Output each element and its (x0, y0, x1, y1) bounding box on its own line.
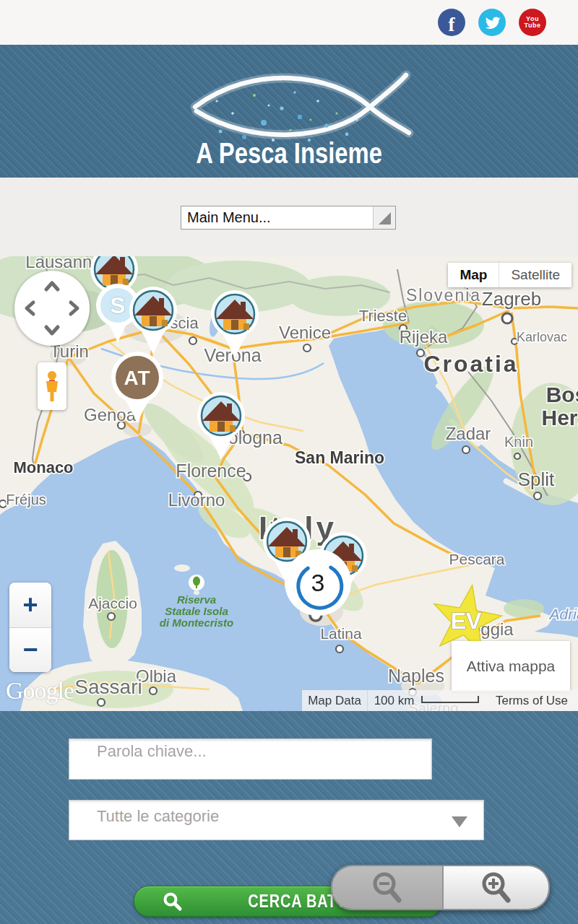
scale-bar (421, 696, 479, 703)
map-town-dot (534, 492, 541, 500)
map-town-dot (189, 337, 197, 344)
map-label-livorno: Livorno (168, 490, 225, 510)
map-town-dot (514, 453, 520, 459)
map-zoom-out-button[interactable]: − (9, 628, 51, 673)
map-label-florence: Florence (176, 461, 246, 481)
svg-text:AT: AT (124, 367, 150, 389)
page-zoom-slider (331, 865, 550, 910)
map-label-herz: Herz (541, 406, 578, 430)
svg-text:3: 3 (311, 569, 325, 596)
youtube-icon[interactable]: You Tube (519, 9, 546, 36)
top-bar: f You Tube (0, 0, 578, 45)
map-label-knin: Knin (504, 434, 533, 450)
map-label-sassari: Sassari (74, 676, 142, 698)
map-label-naples: Naples (388, 666, 444, 686)
site-header: A Pesca Insieme (0, 45, 578, 178)
map-label-adriat: Adriat (548, 606, 578, 622)
map-town-dot (502, 313, 512, 323)
search-section: Tutte le categorie CERCA BATTUTE (0, 711, 578, 924)
map-button[interactable]: Map (448, 263, 499, 287)
map-label-croatia: Croatia (423, 351, 518, 377)
dropdown-arrow-icon (379, 212, 391, 225)
map-label-zagreb: Zagreb (482, 288, 541, 310)
map-town-dot (98, 699, 105, 706)
youtube-text-2: Tube (525, 22, 541, 29)
google-logo[interactable]: Google (6, 677, 74, 705)
map-label-rijeka: Rijeka (400, 327, 448, 346)
dropdown-arrow-icon (452, 816, 467, 827)
street-view-pegman[interactable] (38, 362, 66, 410)
page-zoom-out-button[interactable] (332, 866, 442, 909)
pegman-icon (43, 370, 61, 403)
category-selected-value: Tutte le categorie (69, 801, 452, 826)
satellite-button[interactable]: Satellite (499, 263, 571, 287)
search-icon (162, 891, 184, 912)
map-label-sanmarino: San Marino (295, 448, 384, 467)
keyword-input[interactable] (69, 738, 432, 780)
map-zoom-in-button[interactable]: + (9, 583, 51, 628)
terms-of-use-link[interactable]: Terms of Use (486, 690, 578, 711)
activate-map-button[interactable]: Attiva mappa (452, 641, 570, 692)
map-label-frjus: Fréjus (6, 492, 46, 507)
svg-text:S: S (110, 292, 125, 318)
map-label-bos: Bos (546, 383, 578, 406)
map-type-control: Map Satellite (448, 263, 571, 287)
zoom-out-icon (368, 869, 406, 907)
map-town-dot (108, 613, 115, 620)
map-label-slovenia: Slovenia (406, 286, 481, 305)
map-label-ajaccio: Ajaccio (88, 595, 137, 611)
map-label-lausanne: Lausanne (25, 256, 101, 271)
map-zoom-control: + − (9, 583, 51, 672)
menu-strip: Main Menu... (0, 178, 578, 256)
map-attribution-bar: Map Data 100 km Terms of Use (302, 690, 578, 711)
twitter-bird-icon (483, 14, 501, 31)
google-map[interactable]: LausanneTurinBresciaVeronaVeniceTriesteS… (0, 256, 578, 711)
main-menu-selected-value: Main Menu... (181, 209, 373, 226)
scale-label: 100 km (374, 694, 415, 708)
map-label-zadar: Zadar (446, 424, 491, 443)
map-label-latina: Latina (320, 625, 362, 642)
page-zoom-in-button[interactable] (442, 866, 548, 909)
map-label-pescara: Pescara (449, 551, 504, 567)
svg-text:Riserva: Riserva (177, 593, 216, 606)
page-title: A Pesca Insieme (0, 137, 578, 170)
map-town-dot (150, 687, 157, 694)
pan-control[interactable] (14, 271, 90, 346)
svg-text:Statale Isola: Statale Isola (165, 605, 228, 617)
map-label-genoa: Genoa (84, 405, 137, 424)
main-menu-arrow[interactable] (373, 206, 395, 229)
main-menu-select[interactable]: Main Menu... (181, 206, 396, 230)
svg-text:EV: EV (451, 608, 482, 634)
cluster-marker[interactable]: 3 (285, 549, 351, 616)
social-links: f You Tube (438, 9, 546, 36)
map-label-karlovac: Karlovac (517, 330, 567, 344)
map-town-dot (336, 645, 343, 653)
map-data-label: Map Data (302, 690, 367, 711)
map-label-venice: Venice (279, 323, 331, 342)
category-select[interactable]: Tutte le categorie (69, 800, 484, 840)
pan-arrows-icon (14, 271, 90, 346)
facebook-icon[interactable]: f (438, 9, 465, 36)
map-label-monaco: Monaco (13, 458, 73, 476)
map-town-dot (462, 446, 470, 453)
map-town-dot (303, 344, 311, 352)
twitter-icon[interactable] (478, 9, 506, 36)
map-label-trieste: Trieste (359, 307, 407, 325)
svg-text:di Montecristo: di Montecristo (160, 616, 234, 629)
zoom-in-icon (478, 869, 515, 907)
map-label-split: Split (518, 468, 555, 490)
